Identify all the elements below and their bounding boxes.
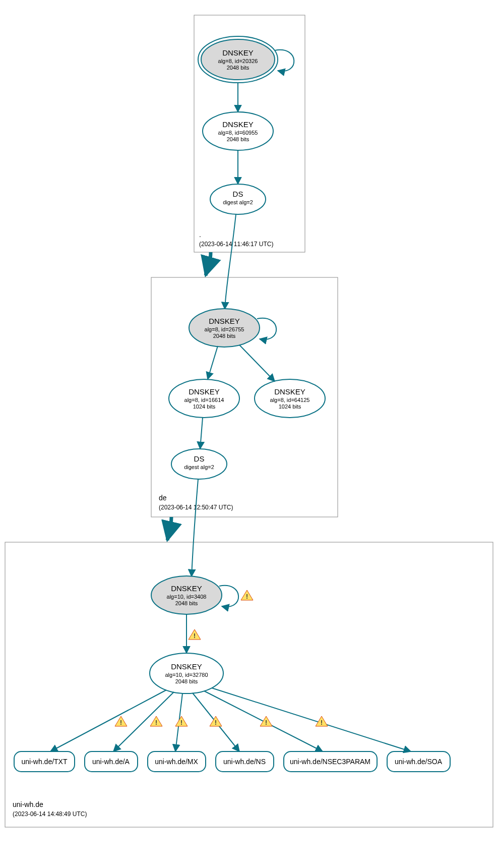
zone-leaf-box (5, 542, 493, 827)
zone-leaf-date: (2023-06-14 14:48:49 UTC) (13, 811, 87, 818)
rr-mx[interactable]: uni-wh.de/MX (148, 751, 206, 772)
svg-text:2048 bits: 2048 bits (227, 65, 250, 71)
node-de-ksk[interactable]: DNSKEY alg=8, id=26755 2048 bits (189, 309, 260, 347)
rr-nsec3param[interactable]: uni-wh.de/NSEC3PARAM (284, 751, 377, 772)
rr-a[interactable]: uni-wh.de/A (85, 751, 138, 772)
zone-leaf-name: uni-wh.de (13, 800, 43, 808)
svg-text:2048 bits: 2048 bits (213, 333, 236, 339)
svg-text:uni-wh.de/A: uni-wh.de/A (92, 758, 130, 766)
svg-text:2048 bits: 2048 bits (175, 600, 198, 606)
svg-text:!: ! (120, 719, 122, 726)
svg-text:!: ! (246, 593, 248, 600)
svg-text:uni-wh.de/NSEC3PARAM: uni-wh.de/NSEC3PARAM (290, 758, 370, 766)
svg-text:DS: DS (233, 190, 243, 198)
svg-text:uni-wh.de/NS: uni-wh.de/NS (223, 758, 266, 766)
warning-icon: ! (115, 716, 127, 726)
node-leaf-zsk[interactable]: DNSKEY alg=10, id=32780 2048 bits (150, 653, 223, 693)
node-de-zsk2[interactable]: DNSKEY alg=8, id=64125 1024 bits (255, 379, 325, 418)
svg-text:!: ! (194, 632, 196, 640)
svg-text:uni-wh.de/TXT: uni-wh.de/TXT (21, 758, 67, 766)
edge-de-zsk1-ds (200, 418, 203, 449)
svg-text:uni-wh.de/SOA: uni-wh.de/SOA (395, 758, 443, 766)
svg-text:1024 bits: 1024 bits (279, 403, 301, 410)
svg-text:DNSKEY: DNSKEY (222, 120, 254, 129)
warning-icon: ! (189, 629, 201, 640)
edge-root-to-de (206, 252, 211, 275)
node-de-ds[interactable]: DS digest alg=2 (171, 449, 227, 479)
svg-text:DNSKEY: DNSKEY (171, 584, 202, 593)
svg-text:DNSKEY: DNSKEY (274, 387, 305, 396)
warning-icon: ! (210, 716, 222, 726)
svg-line-54 (212, 688, 411, 751)
svg-text:DNSKEY: DNSKEY (222, 48, 254, 57)
svg-text:alg=8, id=64125: alg=8, id=64125 (270, 397, 310, 403)
svg-text:!: ! (215, 719, 217, 726)
svg-text:DNSKEY: DNSKEY (189, 387, 220, 396)
svg-text:!: ! (321, 719, 323, 726)
edge-de-ds-leafksk (192, 479, 198, 576)
svg-line-49 (50, 690, 166, 751)
zone-root-date: (2023-06-14 11:46:17 UTC) (199, 241, 273, 248)
edge-de-ksk-zsk2 (239, 345, 275, 381)
zone-de-name: de (159, 494, 167, 502)
svg-text:2048 bits: 2048 bits (227, 136, 250, 142)
edge-de-ksk-zsk1 (208, 346, 218, 379)
svg-text:!: ! (180, 719, 182, 726)
svg-text:DNSKEY: DNSKEY (171, 662, 202, 671)
node-leaf-ksk[interactable]: DNSKEY alg=10, id=3408 2048 bits (151, 576, 222, 614)
svg-text:!: ! (265, 719, 267, 726)
warning-icon: ! (260, 716, 272, 726)
node-root-zsk[interactable]: DNSKEY alg=8, id=60955 2048 bits (203, 112, 273, 150)
warning-icon: ! (175, 716, 188, 726)
warning-icon: ! (241, 590, 253, 600)
svg-text:alg=8, id=20326: alg=8, id=20326 (218, 58, 258, 64)
dnssec-diagram: . (2023-06-14 11:46:17 UTC) de (2023-06-… (0, 0, 498, 868)
warning-icon: ! (150, 716, 162, 726)
node-root-ksk[interactable]: DNSKEY alg=8, id=20326 2048 bits (198, 36, 278, 83)
svg-text:alg=8, id=16614: alg=8, id=16614 (184, 397, 224, 403)
svg-text:alg=10, id=3408: alg=10, id=3408 (167, 594, 207, 600)
svg-text:alg=8, id=26755: alg=8, id=26755 (205, 326, 244, 332)
svg-text:alg=8, id=60955: alg=8, id=60955 (218, 130, 258, 136)
svg-text:alg=10, id=32780: alg=10, id=32780 (165, 672, 208, 678)
node-root-ds[interactable]: DS digest alg=2 (210, 184, 266, 214)
rr-ns[interactable]: uni-wh.de/NS (216, 751, 274, 772)
edge-root-ds-deksk (225, 214, 236, 309)
svg-text:!: ! (155, 719, 157, 726)
svg-text:DNSKEY: DNSKEY (209, 317, 240, 325)
svg-text:digest alg=2: digest alg=2 (184, 464, 214, 470)
svg-text:2048 bits: 2048 bits (175, 678, 198, 684)
rr-soa[interactable]: uni-wh.de/SOA (387, 751, 450, 772)
zone-root-name: . (199, 230, 201, 239)
svg-text:DS: DS (194, 454, 205, 463)
edge-de-to-leaf (167, 517, 171, 540)
svg-text:digest alg=2: digest alg=2 (223, 199, 253, 205)
svg-text:uni-wh.de/MX: uni-wh.de/MX (155, 758, 198, 766)
rr-txt[interactable]: uni-wh.de/TXT (14, 751, 75, 772)
svg-text:1024 bits: 1024 bits (193, 403, 216, 410)
node-de-zsk1[interactable]: DNSKEY alg=8, id=16614 1024 bits (169, 379, 239, 418)
